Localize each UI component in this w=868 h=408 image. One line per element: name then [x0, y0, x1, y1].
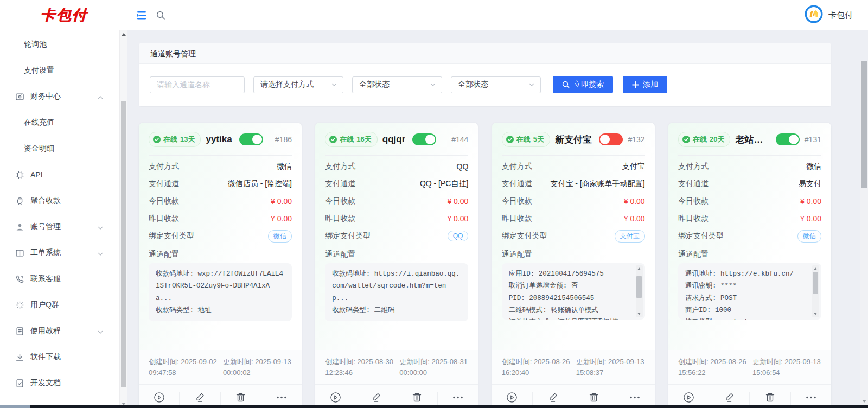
- online-status-badge: 在线 20天: [678, 132, 730, 147]
- channel-name-input[interactable]: [150, 76, 245, 93]
- scroll-down-icon[interactable]: [637, 313, 641, 315]
- sidebar-item-13[interactable]: 开发文档: [0, 370, 127, 396]
- config-line: 请求方式: POST: [685, 292, 808, 304]
- pay-type-pill: QQ: [448, 231, 469, 241]
- sidebar-item-5[interactable]: API: [0, 162, 127, 188]
- logo-area: 卡包付: [0, 5, 127, 25]
- sidebar-item-4[interactable]: 资金明细: [0, 136, 127, 162]
- config-scrollbar[interactable]: [636, 265, 643, 317]
- sidebar-item-0[interactable]: 轮询池: [0, 31, 127, 58]
- sidebar-scrollbar[interactable]: [119, 30, 127, 408]
- pay-method-select[interactable]: 请选择支付方式: [253, 76, 343, 93]
- channel-card-list: 在线 13天 yytika #186 支付方式微信 支付通道微信店员 - [监控…: [139, 123, 831, 408]
- timestamps: 创建时间: 2025-09-02 09:47:58 更新时间: 2025-09-…: [139, 350, 302, 384]
- finance-icon: [15, 92, 24, 101]
- config-line: 应用ID: 2021004175694575: [509, 268, 632, 280]
- yesterday-income-value: ¥ 0.00: [624, 214, 645, 223]
- channel-card: 在线 13天 yytika #186 支付方式微信 支付通道微信店员 - [监控…: [139, 123, 302, 408]
- scroll-down-icon[interactable]: [862, 400, 866, 403]
- pay-method-value: QQ: [457, 162, 469, 171]
- config-line: 收款码地址: wxp://f2fOWizUf7EAiE41STrOKR5L-O2…: [156, 268, 285, 304]
- dev-doc-icon: [15, 378, 24, 388]
- main-scrollbar[interactable]: [860, 61, 868, 405]
- chevron-up-icon: [97, 93, 104, 103]
- ellipsis-icon: [452, 392, 464, 403]
- user-menu[interactable]: 卡包付: [805, 5, 853, 25]
- timestamps: 创建时间: 2025-08-26 16:20:40 更新时间: 2025-09-…: [492, 350, 655, 384]
- main-scrollbar-thumb[interactable]: [861, 61, 867, 188]
- channel-name: qqjqr: [382, 134, 406, 145]
- config-line: 订单检查方式: 订单号匹配不到则使: [509, 316, 632, 320]
- channel-card: 在线 16天 qqjqr #144 支付方式QQ 支付通道QQ - [PC自挂]…: [315, 123, 478, 408]
- scroll-up-icon[interactable]: [814, 267, 817, 270]
- pay-method-value: 微信: [806, 162, 821, 171]
- sidebar-item-7[interactable]: 账号管理: [0, 214, 127, 240]
- updated-time: 更新时间: 2025-08-31 00:00:00: [399, 356, 468, 378]
- avatar: [805, 5, 823, 25]
- channel-name: 新支付宝: [555, 133, 592, 146]
- sidebar-item-10[interactable]: 用户Q群: [0, 292, 127, 318]
- chevron-down-icon: [528, 81, 535, 88]
- config-label: 通道配置: [325, 247, 468, 261]
- config-line: 通讯密钥: ****: [685, 280, 808, 292]
- config-line: 收款码类型: 二维码: [332, 304, 461, 316]
- support-icon: [15, 274, 24, 284]
- pencil-icon: [371, 392, 382, 403]
- chevron-down-icon: [430, 81, 436, 88]
- pay-method-value: 支付宝: [622, 162, 645, 171]
- sidebar-item-12[interactable]: 软件下载: [0, 344, 127, 370]
- config-box[interactable]: 应用ID: 2021004175694575取消订单递增金额: 否PID: 20…: [502, 263, 645, 320]
- config-label: 通道配置: [502, 247, 645, 261]
- sidebar-item-6[interactable]: 聚合收款: [0, 188, 127, 214]
- sidebar-item-3[interactable]: 在线充值: [0, 110, 127, 136]
- status-toggle[interactable]: [239, 133, 263, 145]
- updated-time: 更新时间: 2025-09-13 15:08:37: [576, 356, 645, 378]
- status-toggle[interactable]: [776, 133, 800, 145]
- yesterday-income-value: ¥ 0.00: [447, 214, 468, 223]
- timestamps: 创建时间: 2025-08-26 15:56:22 更新时间: 2025-09-…: [668, 350, 831, 384]
- scroll-up-icon[interactable]: [637, 267, 641, 270]
- config-box[interactable]: 通讯地址: https://e.kbfu.cn/通讯密钥: ****请求方式: …: [678, 263, 821, 320]
- user-name: 卡包付: [828, 10, 853, 21]
- play-circle-icon: [330, 392, 341, 403]
- play-circle-icon: [683, 392, 694, 403]
- config-scrollbar[interactable]: [812, 265, 819, 317]
- sidebar-item-8[interactable]: 工单系统: [0, 240, 127, 266]
- bottom-edge-bar: [0, 405, 868, 408]
- status-select-1[interactable]: 全部状态: [352, 76, 442, 93]
- sidebar-item-9[interactable]: 联系客服: [0, 266, 127, 292]
- add-button[interactable]: 添加: [623, 76, 667, 93]
- today-income-value: ¥ 0.00: [447, 197, 468, 206]
- account-icon: [15, 222, 24, 232]
- ticket-icon: [15, 248, 24, 258]
- collapse-menu-icon[interactable]: [137, 11, 146, 20]
- search-button[interactable]: 立即搜索: [553, 76, 613, 93]
- scroll-down-icon[interactable]: [814, 313, 817, 315]
- check-circle-icon: [153, 136, 161, 143]
- config-scrollbar-thumb[interactable]: [636, 276, 642, 298]
- updated-time: 更新时间: 2025-09-13 00:00:02: [223, 356, 292, 378]
- config-line: 二维码模式: 转账确认单模式: [509, 304, 632, 316]
- sidebar-item-11[interactable]: 使用教程: [0, 318, 127, 344]
- scroll-up-icon[interactable]: [122, 33, 126, 36]
- chevron-down-icon: [97, 250, 104, 259]
- chevron-down-icon: [97, 224, 104, 233]
- sidebar-item-1[interactable]: 支付设置: [0, 58, 127, 84]
- config-line: 通讯地址: https://e.kbfu.cn/: [685, 268, 808, 280]
- status-select-2[interactable]: 全部状态: [451, 76, 541, 93]
- status-toggle[interactable]: [599, 133, 623, 145]
- created-time: 创建时间: 2025-08-26 16:20:40: [502, 356, 571, 378]
- pencil-icon: [547, 392, 559, 403]
- config-box[interactable]: 收款码地址: wxp://f2fOWizUf7EAiE41STrOKR5L-O2…: [149, 263, 292, 321]
- status-toggle[interactable]: [412, 133, 436, 145]
- search-icon: [562, 81, 570, 88]
- config-box[interactable]: 收款码地址: https://i.qianbao.qq.com/wallet/s…: [325, 263, 468, 321]
- config-scrollbar-thumb[interactable]: [813, 272, 818, 294]
- sidebar-scrollbar-thumb[interactable]: [121, 101, 126, 387]
- pencil-icon: [724, 392, 735, 403]
- trash-icon: [411, 392, 423, 403]
- yesterday-income-value: ¥ 0.00: [271, 214, 292, 223]
- search-icon[interactable]: [156, 11, 165, 20]
- sidebar-item-2[interactable]: 财务中心: [0, 84, 127, 110]
- top-header: 卡包付 卡包付: [0, 0, 868, 30]
